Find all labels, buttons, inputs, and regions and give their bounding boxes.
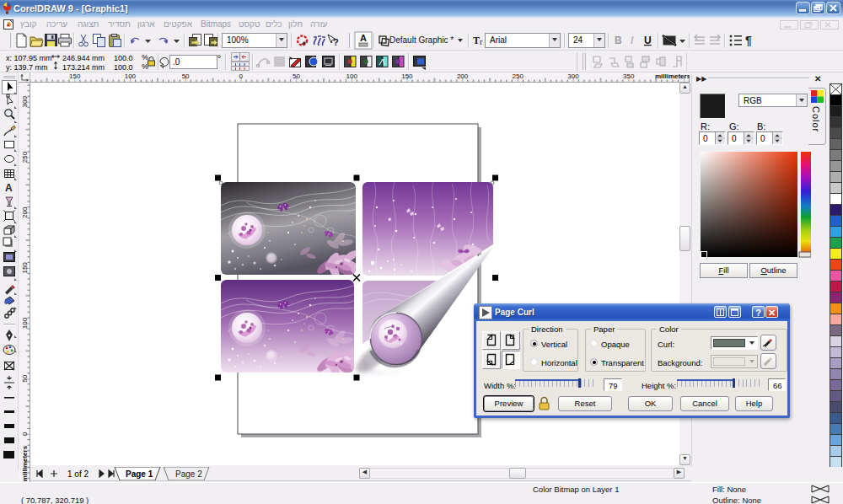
svg-text:50: 50	[293, 72, 300, 80]
svg-text:150: 150	[401, 72, 413, 80]
svg-text:millimeters: millimeters	[655, 72, 690, 80]
svg-text:0: 0	[21, 432, 29, 436]
svg-text:300: 300	[567, 72, 579, 80]
svg-text:50: 50	[21, 374, 29, 382]
svg-text:T: T	[473, 35, 480, 46]
svg-text:100: 100	[346, 72, 358, 80]
svg-text:200: 200	[457, 72, 469, 80]
svg-text:150: 150	[69, 72, 81, 80]
svg-text:¶: ¶	[745, 34, 752, 47]
svg-text:100: 100	[21, 317, 29, 329]
svg-text:250: 250	[513, 72, 524, 80]
svg-text:.0: .0	[173, 57, 180, 67]
svg-text:50: 50	[182, 72, 190, 80]
svg-text:?: ?	[333, 37, 339, 47]
svg-text:r: r	[480, 37, 483, 46]
svg-text:I: I	[631, 35, 634, 46]
svg-text:millimeters: millimeters	[21, 445, 29, 481]
svg-text:Page 2: Page 2	[175, 469, 202, 479]
svg-text:Page 1: Page 1	[126, 469, 153, 479]
svg-text:1 of 2: 1 of 2	[67, 469, 89, 479]
svg-text:250: 250	[21, 151, 29, 163]
svg-text:100: 100	[125, 72, 137, 80]
svg-text:A: A	[360, 33, 367, 43]
svg-text:A: A	[5, 182, 13, 194]
svg-text:U: U	[644, 35, 652, 46]
svg-text:150: 150	[21, 262, 29, 274]
svg-text:350: 350	[623, 72, 635, 80]
svg-text:200: 200	[21, 206, 29, 218]
svg-text:0: 0	[239, 72, 244, 80]
svg-text:B: B	[615, 35, 622, 46]
svg-text:300: 300	[21, 96, 29, 108]
